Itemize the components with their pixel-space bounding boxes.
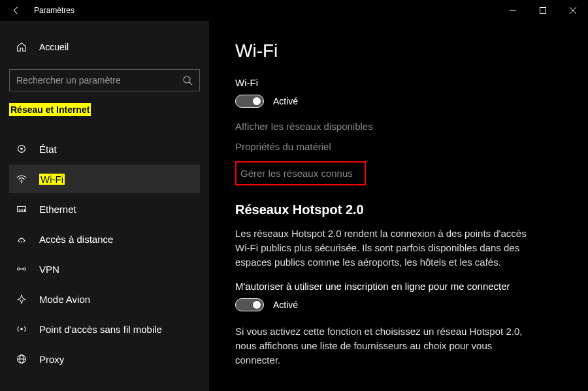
sidebar-item-ethernet[interactable]: Ethernet — [9, 195, 200, 223]
svg-point-14 — [19, 242, 20, 243]
svg-rect-1 — [540, 8, 546, 14]
status-icon — [16, 143, 27, 155]
svg-point-8 — [21, 182, 22, 183]
minimize-button[interactable] — [498, 0, 528, 21]
svg-point-7 — [20, 148, 23, 150]
category-label: Réseau et Internet — [9, 103, 91, 116]
home-button[interactable]: Accueil — [9, 34, 200, 60]
wifi-icon — [16, 173, 27, 185]
window-title: Paramètres — [34, 6, 74, 15]
hotspot-auth-toggle-state: Activé — [273, 300, 298, 310]
search-input[interactable]: Rechercher un paramètre — [9, 69, 200, 91]
hotspot-auth-label: M'autoriser à utiliser une inscription e… — [235, 281, 562, 292]
hotspot-auth-toggle[interactable] — [235, 298, 264, 311]
sidebar-item-label: Wi-Fi — [39, 174, 65, 185]
wifi-toggle[interactable] — [235, 95, 264, 108]
sidebar-item-label: État — [39, 144, 57, 155]
home-label: Accueil — [39, 42, 69, 52]
link-show-networks[interactable]: Afficher les réseaux disponibles — [235, 121, 562, 132]
sidebar-item-label: VPN — [39, 264, 59, 275]
ethernet-icon — [16, 203, 27, 215]
sidebar-item-label: Accès à distance — [39, 234, 113, 245]
page-title: Wi-Fi — [235, 40, 562, 61]
sidebar-item-dialup[interactable]: Accès à distance — [9, 225, 200, 253]
svg-point-4 — [184, 76, 190, 83]
sidebar-item-airplane[interactable]: Mode Avion — [9, 285, 200, 313]
close-button[interactable] — [558, 0, 588, 21]
svg-point-17 — [18, 268, 20, 270]
sidebar: Accueil Rechercher un paramètre Réseau e… — [0, 21, 209, 391]
link-manage-known-networks[interactable]: Gérer les réseaux connus — [240, 168, 361, 179]
highlighted-callout: Gérer les réseaux connus — [235, 161, 366, 185]
vpn-icon — [16, 263, 27, 275]
home-icon — [16, 41, 27, 53]
sidebar-item-label: Proxy — [39, 354, 64, 365]
content-area: Wi-Fi Wi-Fi Activé Afficher les réseaux … — [209, 21, 588, 391]
svg-point-20 — [20, 328, 23, 330]
svg-point-18 — [24, 268, 26, 270]
maximize-button[interactable] — [528, 0, 558, 21]
airplane-icon — [16, 293, 27, 305]
svg-point-16 — [24, 242, 25, 243]
link-hardware-properties[interactable]: Propriétés du matériel — [235, 141, 562, 152]
hotspot-section-title: Réseaux Hotspot 2.0 — [235, 202, 562, 217]
svg-point-15 — [21, 242, 22, 243]
sidebar-item-label: Mode Avion — [39, 294, 90, 305]
dialup-icon — [16, 233, 27, 245]
sidebar-item-vpn[interactable]: VPN — [9, 255, 200, 283]
wifi-section-label: Wi-Fi — [235, 77, 562, 88]
back-button[interactable] — [5, 0, 26, 21]
search-icon — [182, 75, 193, 86]
search-placeholder: Rechercher un paramètre — [16, 75, 182, 86]
sidebar-item-etat[interactable]: État — [9, 134, 200, 163]
svg-line-5 — [189, 82, 192, 85]
hotspot-note: Si vous activez cette fonction et choisi… — [235, 324, 536, 367]
wifi-toggle-state: Activé — [273, 96, 298, 106]
sidebar-item-label: Ethernet — [39, 204, 76, 215]
sidebar-item-hotspot[interactable]: Point d'accès sans fil mobile — [9, 315, 200, 343]
proxy-icon — [16, 353, 27, 365]
sidebar-item-wifi[interactable]: Wi-Fi — [9, 164, 200, 193]
hotspot-description: Les réseaux Hotspot 2.0 rendent la conne… — [235, 227, 536, 269]
sidebar-item-label: Point d'accès sans fil mobile — [39, 324, 162, 335]
hotspot-icon — [16, 323, 27, 335]
sidebar-item-proxy[interactable]: Proxy — [9, 345, 200, 373]
